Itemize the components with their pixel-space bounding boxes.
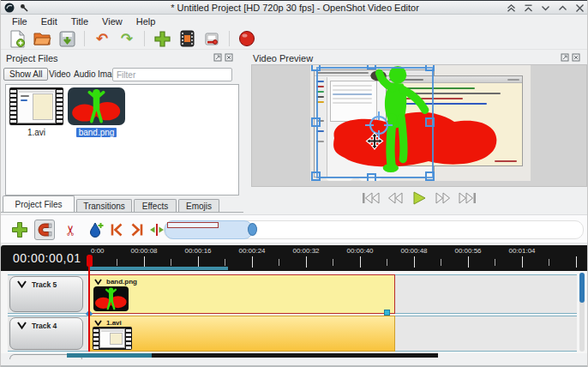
video-preview-panel-icons bbox=[561, 53, 580, 62]
keep-above-icon[interactable] bbox=[505, 3, 517, 13]
close-icon[interactable] bbox=[573, 3, 585, 13]
ruler-progress-bar bbox=[89, 267, 228, 270]
ruler-label: 00:00:40 bbox=[346, 247, 373, 255]
video-preview-panel-title: Video Preview bbox=[253, 53, 313, 63]
zoom-slider-visible-range[interactable] bbox=[165, 220, 253, 239]
next-marker-icon[interactable] bbox=[126, 220, 147, 240]
add-track-icon[interactable] bbox=[9, 220, 30, 240]
ruler-label: 00:00:32 bbox=[292, 247, 319, 255]
file-item-bandpng[interactable]: band.png bbox=[68, 87, 128, 135]
clip-name: 1.avi bbox=[106, 319, 122, 327]
ruler-label: 00:00:56 bbox=[454, 247, 481, 255]
float-panel-icon[interactable] bbox=[561, 53, 569, 62]
vertical-scrollbar-thumb[interactable] bbox=[579, 273, 585, 303]
window-title: * Untitled Project [HD 720p 30 fps] - Op… bbox=[1, 3, 588, 13]
toolbar-separator bbox=[84, 31, 85, 46]
timeline-zoom-slider[interactable] bbox=[164, 220, 584, 239]
previous-marker-icon[interactable] bbox=[106, 220, 127, 240]
save-project-icon[interactable] bbox=[57, 29, 76, 48]
transform-handle-top-right[interactable] bbox=[425, 65, 435, 71]
choose-profile-icon[interactable] bbox=[177, 29, 196, 48]
export-video-icon[interactable] bbox=[202, 29, 221, 48]
redo-icon[interactable]: ↷ bbox=[117, 29, 136, 48]
new-project-icon[interactable] bbox=[8, 29, 27, 48]
tab-emojis[interactable]: Emojis bbox=[178, 199, 219, 212]
clip-menu-chevron-icon[interactable] bbox=[94, 320, 102, 326]
record-icon[interactable] bbox=[237, 29, 256, 48]
track-menu-chevron-icon[interactable] bbox=[17, 322, 27, 329]
tab-project-files[interactable]: Project Files bbox=[3, 196, 75, 212]
tracks-vertical-scrollbar[interactable] bbox=[579, 273, 585, 352]
move-cursor-icon[interactable] bbox=[365, 132, 384, 151]
transform-handle-top-center[interactable] bbox=[367, 65, 376, 69]
menu-file[interactable]: File bbox=[6, 15, 33, 27]
filter-video-button[interactable]: Video bbox=[49, 69, 70, 79]
tab-effects[interactable]: Effects bbox=[134, 199, 177, 212]
playback-controls bbox=[249, 189, 588, 208]
fast-forward-icon[interactable] bbox=[433, 190, 453, 206]
play-icon[interactable] bbox=[409, 190, 429, 206]
close-panel-icon[interactable] bbox=[572, 53, 580, 62]
clip-name: band.png bbox=[106, 278, 137, 286]
ruler-label: 00:00:48 bbox=[400, 247, 427, 255]
menu-bar: File Edit Title View Help bbox=[1, 15, 588, 28]
timeline-toolbar: ✂ bbox=[1, 214, 588, 244]
add-marker-icon[interactable] bbox=[86, 220, 106, 240]
clip-resize-handle[interactable] bbox=[384, 310, 390, 316]
clip-thumbnail bbox=[93, 327, 132, 350]
menu-edit[interactable]: Edit bbox=[35, 15, 63, 27]
toolbar-separator bbox=[144, 31, 145, 46]
track-header-5[interactable]: Track 5 bbox=[9, 276, 83, 312]
menu-view[interactable]: View bbox=[96, 15, 129, 27]
zoom-slider-handle[interactable] bbox=[248, 223, 257, 236]
transform-handle-bottom-center[interactable] bbox=[367, 173, 376, 181]
rewind-icon[interactable] bbox=[385, 190, 405, 206]
timeline-horizontal-scrollbar-thumb[interactable] bbox=[67, 353, 152, 358]
title-bar[interactable]: * Untitled Project [HD 720p 30 fps] - Op… bbox=[1, 1, 588, 15]
playhead-timecode: 00:00:00,01 bbox=[13, 251, 81, 265]
enable-snapping-icon[interactable] bbox=[34, 220, 55, 240]
ruler-label: 0:00 bbox=[91, 247, 105, 255]
ruler-label: 00:00:08 bbox=[130, 247, 157, 255]
jump-to-start-icon[interactable] bbox=[361, 190, 381, 206]
filter-show-all-button[interactable]: Show All bbox=[3, 68, 48, 81]
jump-to-end-icon[interactable] bbox=[457, 190, 477, 206]
transform-handle-right[interactable] bbox=[425, 117, 435, 127]
file-filter-input[interactable] bbox=[112, 68, 232, 81]
track-name: Track 4 bbox=[32, 322, 57, 330]
project-files-panel-icons bbox=[213, 53, 233, 62]
tab-transitions[interactable]: Transitions bbox=[76, 199, 132, 212]
clip-bandpng[interactable]: band.png bbox=[89, 274, 395, 314]
zoom-slider-clip-region bbox=[167, 222, 219, 228]
minimize-icon[interactable] bbox=[539, 3, 551, 13]
clip-1avi[interactable]: 1.avi bbox=[89, 316, 395, 352]
selected-file-name: band.png bbox=[76, 128, 117, 137]
shade-icon[interactable] bbox=[522, 3, 534, 13]
maximize-icon[interactable] bbox=[556, 3, 568, 13]
menu-help[interactable]: Help bbox=[130, 15, 162, 27]
undo-icon[interactable]: ↶ bbox=[93, 29, 111, 48]
timeline-horizontal-scrollbar-track[interactable] bbox=[152, 353, 438, 358]
transform-handle-bottom-left[interactable] bbox=[311, 171, 321, 181]
razor-tool-icon[interactable]: ✂ bbox=[61, 220, 81, 240]
float-panel-icon[interactable] bbox=[213, 53, 222, 62]
clip-menu-chevron-icon[interactable] bbox=[94, 279, 102, 285]
ruler-label: 00:00:16 bbox=[184, 247, 211, 255]
filter-audio-button[interactable]: Audio bbox=[74, 69, 96, 79]
file-item-1avi[interactable]: 1.avi bbox=[9, 87, 66, 135]
transform-handle-top-left[interactable] bbox=[311, 65, 321, 71]
import-files-icon[interactable] bbox=[153, 29, 171, 48]
menu-title[interactable]: Title bbox=[65, 15, 94, 27]
video-frame[interactable] bbox=[310, 65, 531, 181]
video-thumbnail bbox=[9, 87, 63, 125]
track-header-4[interactable]: Track 4 bbox=[9, 317, 83, 350]
playhead-line[interactable] bbox=[88, 255, 90, 352]
ruler-label: 00:01:04 bbox=[508, 247, 535, 255]
main-toolbar: ↶ ↷ bbox=[1, 28, 588, 50]
open-project-icon[interactable] bbox=[33, 29, 51, 48]
track-menu-chevron-icon[interactable] bbox=[17, 280, 27, 288]
close-panel-icon[interactable] bbox=[225, 53, 233, 62]
transform-handle-bottom-right[interactable] bbox=[425, 171, 435, 181]
track-name: Track 5 bbox=[32, 280, 57, 289]
transform-handle-left[interactable] bbox=[311, 117, 321, 127]
